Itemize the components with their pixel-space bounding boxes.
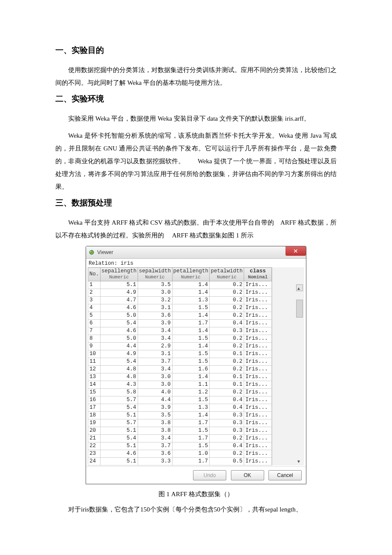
cell-sepallength[interactable]: 5.1 bbox=[101, 457, 138, 465]
cell-petallength[interactable]: 1.2 bbox=[172, 388, 210, 396]
cell-no[interactable]: 16 bbox=[88, 396, 101, 404]
cell-no[interactable]: 20 bbox=[88, 427, 101, 434]
cell-sepallength[interactable]: 4.9 bbox=[101, 289, 138, 296]
cell-petallength[interactable]: 1.3 bbox=[172, 296, 210, 304]
cell-class[interactable]: Iris... bbox=[244, 457, 272, 465]
close-button[interactable]: ✕ bbox=[285, 246, 306, 256]
cell-no[interactable]: 10 bbox=[88, 350, 101, 358]
cell-class[interactable]: Iris... bbox=[244, 335, 272, 342]
table-row[interactable]: 24.93.01.40.2Iris... bbox=[88, 289, 272, 296]
cell-no[interactable]: 4 bbox=[88, 304, 101, 312]
cell-sepalwidth[interactable]: 4.4 bbox=[138, 396, 172, 404]
cell-class[interactable]: Iris... bbox=[244, 319, 272, 327]
scroll-up-icon[interactable]: ▲ bbox=[297, 286, 301, 291]
cell-sepallength[interactable]: 4.6 bbox=[101, 304, 138, 312]
col-sepalwidth-header[interactable]: sepalwidthNumeric bbox=[138, 268, 172, 281]
table-row[interactable]: 165.74.41.50.4Iris... bbox=[88, 396, 272, 404]
col-class-header[interactable]: classNominal bbox=[244, 268, 272, 281]
cell-no[interactable]: 19 bbox=[88, 419, 101, 427]
cell-petallength[interactable]: 1.3 bbox=[172, 404, 210, 411]
cell-sepallength[interactable]: 5.8 bbox=[101, 388, 138, 396]
table-row[interactable]: 155.84.01.20.2Iris... bbox=[88, 388, 272, 396]
cell-sepallength[interactable]: 4.7 bbox=[101, 296, 138, 304]
cell-petalwidth[interactable]: 0.2 bbox=[210, 312, 244, 319]
cell-no[interactable]: 13 bbox=[88, 373, 101, 381]
cell-no[interactable]: 8 bbox=[88, 335, 101, 342]
cell-petalwidth[interactable]: 0.5 bbox=[210, 457, 244, 465]
cell-petalwidth[interactable]: 0.2 bbox=[210, 358, 244, 365]
cell-class[interactable]: Iris... bbox=[244, 381, 272, 388]
cell-class[interactable]: Iris... bbox=[244, 427, 272, 434]
cancel-button[interactable]: Cancel bbox=[268, 470, 302, 480]
cell-petallength[interactable]: 1.6 bbox=[172, 365, 210, 373]
cell-no[interactable]: 18 bbox=[88, 411, 101, 419]
cell-petallength[interactable]: 1.4 bbox=[172, 411, 210, 419]
cell-petalwidth[interactable]: 0.2 bbox=[210, 365, 244, 373]
cell-no[interactable]: 21 bbox=[88, 434, 101, 442]
cell-sepalwidth[interactable]: 3.6 bbox=[138, 312, 172, 319]
cell-sepalwidth[interactable]: 3.4 bbox=[138, 327, 172, 335]
cell-petalwidth[interactable]: 0.2 bbox=[210, 335, 244, 342]
table-row[interactable]: 245.13.31.70.5Iris... bbox=[88, 457, 272, 465]
table-row[interactable]: 15.13.51.40.2Iris... bbox=[88, 281, 272, 289]
cell-petalwidth[interactable]: 0.4 bbox=[210, 442, 244, 450]
cell-no[interactable]: 17 bbox=[88, 404, 101, 411]
cell-petallength[interactable]: 1.7 bbox=[172, 319, 210, 327]
cell-petallength[interactable]: 1.5 bbox=[172, 350, 210, 358]
cell-sepalwidth[interactable]: 3.9 bbox=[138, 319, 172, 327]
cell-no[interactable]: 23 bbox=[88, 450, 101, 457]
table-row[interactable]: 185.13.51.40.3Iris... bbox=[88, 411, 272, 419]
cell-sepalwidth[interactable]: 3.4 bbox=[138, 434, 172, 442]
cell-class[interactable]: Iris... bbox=[244, 388, 272, 396]
cell-petallength[interactable]: 1.4 bbox=[172, 281, 210, 289]
cell-petalwidth[interactable]: 0.3 bbox=[210, 419, 244, 427]
table-row[interactable]: 175.43.91.30.4Iris... bbox=[88, 404, 272, 411]
cell-sepallength[interactable]: 4.3 bbox=[101, 381, 138, 388]
table-row[interactable]: 65.43.91.70.4Iris... bbox=[88, 319, 272, 327]
cell-class[interactable]: Iris... bbox=[244, 281, 272, 289]
cell-class[interactable]: Iris... bbox=[244, 442, 272, 450]
cell-no[interactable]: 1 bbox=[88, 281, 101, 289]
cell-sepallength[interactable]: 5.4 bbox=[101, 358, 138, 365]
table-row[interactable]: 44.63.11.50.2Iris... bbox=[88, 304, 272, 312]
cell-no[interactable]: 2 bbox=[88, 289, 101, 296]
cell-no[interactable]: 5 bbox=[88, 312, 101, 319]
cell-petallength[interactable]: 1.0 bbox=[172, 450, 210, 457]
cell-petallength[interactable]: 1.7 bbox=[172, 434, 210, 442]
cell-no[interactable]: 14 bbox=[88, 381, 101, 388]
cell-petallength[interactable]: 1.5 bbox=[172, 396, 210, 404]
cell-sepallength[interactable]: 5.1 bbox=[101, 427, 138, 434]
cell-no[interactable]: 11 bbox=[88, 358, 101, 365]
col-sepallength-header[interactable]: sepallengthNumeric bbox=[101, 268, 138, 281]
cell-petallength[interactable]: 1.4 bbox=[172, 327, 210, 335]
cell-class[interactable]: Iris... bbox=[244, 404, 272, 411]
cell-no[interactable]: 12 bbox=[88, 365, 101, 373]
cell-sepallength[interactable]: 4.6 bbox=[101, 327, 138, 335]
cell-sepallength[interactable]: 5.1 bbox=[101, 281, 138, 289]
cell-petalwidth[interactable]: 0.2 bbox=[210, 296, 244, 304]
cell-sepallength[interactable]: 5.1 bbox=[101, 411, 138, 419]
table-row[interactable]: 144.33.01.10.1Iris... bbox=[88, 381, 272, 388]
cell-petalwidth[interactable]: 0.3 bbox=[210, 427, 244, 434]
cell-sepalwidth[interactable]: 3.0 bbox=[138, 381, 172, 388]
cell-sepalwidth[interactable]: 3.5 bbox=[138, 281, 172, 289]
cell-sepalwidth[interactable]: 3.4 bbox=[138, 365, 172, 373]
table-row[interactable]: 74.63.41.40.3Iris... bbox=[88, 327, 272, 335]
cell-sepallength[interactable]: 5.4 bbox=[101, 404, 138, 411]
cell-no[interactable]: 15 bbox=[88, 388, 101, 396]
table-row[interactable]: 195.73.81.70.3Iris... bbox=[88, 419, 272, 427]
cell-sepalwidth[interactable]: 3.2 bbox=[138, 296, 172, 304]
cell-class[interactable]: Iris... bbox=[244, 419, 272, 427]
cell-sepalwidth[interactable]: 3.4 bbox=[138, 335, 172, 342]
cell-sepalwidth[interactable]: 3.0 bbox=[138, 373, 172, 381]
cell-petalwidth[interactable]: 0.1 bbox=[210, 381, 244, 388]
cell-class[interactable]: Iris... bbox=[244, 296, 272, 304]
cell-class[interactable]: Iris... bbox=[244, 289, 272, 296]
cell-sepallength[interactable]: 5.0 bbox=[101, 312, 138, 319]
cell-sepallength[interactable]: 4.8 bbox=[101, 373, 138, 381]
cell-petallength[interactable]: 1.5 bbox=[172, 358, 210, 365]
cell-petallength[interactable]: 1.5 bbox=[172, 335, 210, 342]
cell-petalwidth[interactable]: 0.3 bbox=[210, 327, 244, 335]
table-row[interactable]: 34.73.21.30.2Iris... bbox=[88, 296, 272, 304]
cell-sepalwidth[interactable]: 3.7 bbox=[138, 358, 172, 365]
